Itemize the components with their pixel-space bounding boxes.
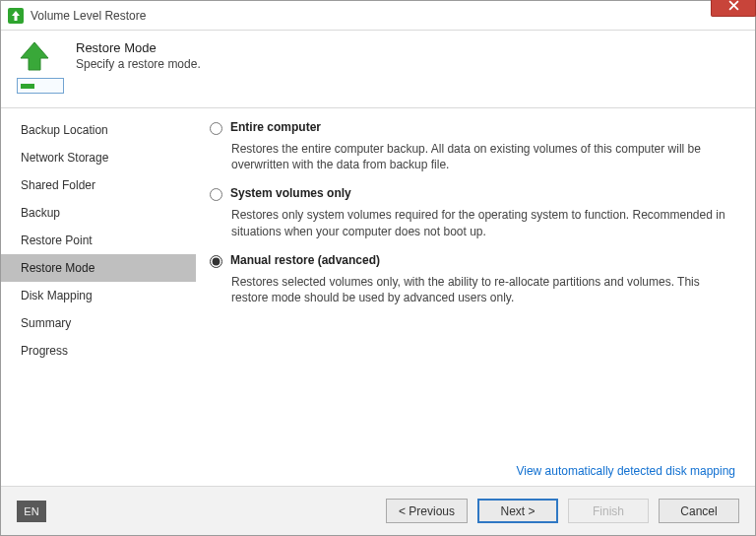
sidebar-item-summary[interactable]: Summary [1, 309, 196, 337]
wizard-footer: EN < Previous Next > Finish Cancel [1, 486, 755, 535]
sidebar-item-restore-point[interactable]: Restore Point [1, 227, 196, 254]
option-manual-restore[interactable]: Manual restore (advanced) [210, 253, 735, 268]
sidebar-item-shared-folder[interactable]: Shared Folder [1, 171, 196, 199]
option-system-volumes[interactable]: System volumes only [210, 186, 735, 201]
sidebar-item-network-storage[interactable]: Network Storage [1, 144, 196, 171]
radio-system-volumes[interactable] [210, 188, 222, 201]
language-button[interactable]: EN [17, 501, 46, 522]
option-description: Restores selected volumes only, with the… [231, 274, 735, 305]
view-disk-mapping-link[interactable]: View automatically detected disk mapping [516, 464, 735, 478]
close-icon [728, 0, 739, 11]
option-label: Manual restore (advanced) [230, 253, 380, 267]
cancel-button[interactable]: Cancel [659, 499, 739, 523]
close-button[interactable] [711, 0, 756, 17]
wizard-window: Volume Level Restore Restore Mode Specif… [0, 0, 756, 536]
previous-button[interactable]: < Previous [386, 499, 468, 523]
option-label: System volumes only [230, 186, 351, 200]
next-button[interactable]: Next > [477, 499, 558, 523]
wizard-header: Restore Mode Specify a restore mode. [1, 31, 755, 108]
option-label: Entire computer [230, 120, 321, 134]
header-icon-column [17, 40, 76, 94]
finish-button: Finish [568, 499, 649, 523]
page-title: Restore Mode [76, 40, 201, 55]
radio-manual-restore[interactable] [210, 255, 222, 268]
option-description: Restores the entire computer backup. All… [231, 141, 735, 172]
page-subtitle: Specify a restore mode. [76, 57, 201, 71]
wizard-steps-sidebar: Backup Location Network Storage Shared F… [1, 108, 196, 486]
title-bar: Volume Level Restore [1, 1, 755, 31]
sidebar-item-restore-mode[interactable]: Restore Mode [1, 254, 196, 282]
sidebar-item-backup-location[interactable]: Backup Location [1, 116, 196, 144]
progress-indicator-icon [17, 78, 64, 94]
app-icon [7, 7, 25, 25]
window-title: Volume Level Restore [31, 9, 711, 23]
wizard-content: Entire computer Restores the entire comp… [196, 108, 755, 486]
sidebar-item-progress[interactable]: Progress [1, 337, 196, 365]
sidebar-item-disk-mapping[interactable]: Disk Mapping [1, 282, 196, 309]
sidebar-item-backup[interactable]: Backup [1, 199, 196, 227]
option-description: Restores only system volumes required fo… [231, 207, 735, 238]
option-entire-computer[interactable]: Entire computer [210, 120, 735, 135]
radio-entire-computer[interactable] [210, 122, 222, 135]
restore-arrow-icon [17, 40, 52, 72]
